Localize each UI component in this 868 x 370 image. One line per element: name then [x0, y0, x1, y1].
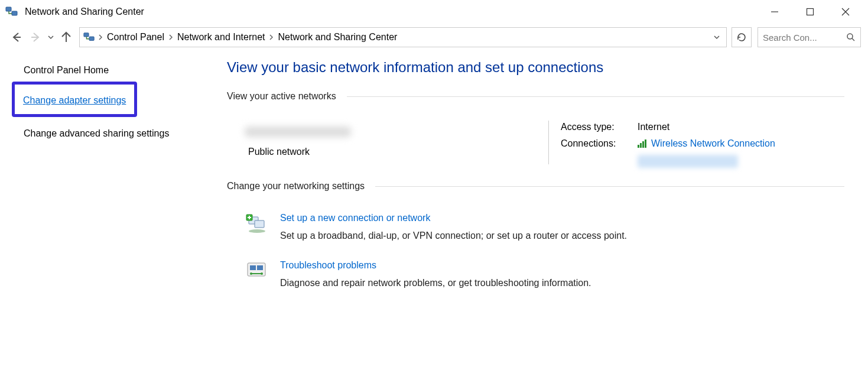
troubleshoot-icon: [245, 259, 269, 284]
network-name-redacted: [245, 126, 351, 137]
svg-rect-9: [84, 33, 89, 37]
search-input[interactable]: [763, 33, 856, 43]
refresh-button[interactable]: [732, 27, 752, 47]
breadcrumb-item[interactable]: Network and Sharing Center: [274, 28, 401, 47]
up-button[interactable]: [58, 29, 74, 46]
divider: [347, 96, 844, 97]
svg-rect-3: [807, 9, 814, 15]
active-networks-block: Public network Access type: Internet Con…: [227, 110, 844, 181]
access-type-label: Access type:: [561, 122, 638, 132]
connection-detail-redacted: [638, 155, 738, 168]
network-identity: Public network: [245, 116, 537, 169]
setup-connection-title[interactable]: Set up a new connection or network: [280, 213, 627, 223]
setup-connection-icon: [245, 212, 269, 236]
forward-button[interactable]: [27, 29, 44, 46]
search-icon: [846, 33, 856, 42]
section-title: View your active networks: [227, 91, 347, 102]
maximize-button[interactable]: [804, 6, 816, 18]
page-heading: View your basic network information and …: [227, 59, 844, 76]
section-change-settings: Change your networking settings: [227, 181, 844, 192]
address-dropdown[interactable]: [711, 28, 723, 47]
sidebar: Control Panel Home Change adapter settin…: [0, 51, 213, 370]
vertical-divider: [548, 121, 549, 164]
network-sharing-icon: [5, 5, 19, 19]
svg-rect-14: [255, 220, 264, 228]
breadcrumb-item[interactable]: Network and Internet: [174, 28, 269, 47]
breadcrumb: Control Panel Network and Internet Netwo…: [97, 28, 711, 47]
control-panel-home-link[interactable]: Control Panel Home: [24, 65, 200, 76]
svg-point-23: [261, 272, 263, 275]
change-advanced-sharing-link[interactable]: Change advanced sharing settings: [24, 126, 177, 141]
troubleshoot-option[interactable]: Troubleshoot problems Diagnose and repai…: [227, 252, 844, 299]
back-button[interactable]: [8, 29, 25, 46]
svg-rect-10: [89, 37, 94, 40]
network-sharing-icon: [83, 30, 97, 44]
network-type: Public network: [248, 147, 537, 157]
address-bar[interactable]: Control Panel Network and Internet Netwo…: [79, 27, 727, 47]
svg-line-12: [852, 38, 854, 41]
setup-connection-desc: Set up a broadband, dial-up, or VPN conn…: [280, 231, 627, 241]
networking-settings-options: Set up a new connection or network Set u…: [227, 200, 844, 299]
change-adapter-settings-link[interactable]: Change adapter settings: [23, 95, 126, 106]
close-button[interactable]: [840, 6, 851, 18]
troubleshoot-desc: Diagnose and repair network problems, or…: [280, 278, 591, 288]
connections-label: Connections:: [561, 138, 638, 149]
section-title: Change your networking settings: [227, 181, 375, 192]
chevron-right-icon[interactable]: [268, 34, 274, 40]
network-details: Access type: Internet Connections: Wirel…: [561, 116, 844, 169]
setup-connection-option[interactable]: Set up a new connection or network Set u…: [227, 205, 844, 252]
access-type-value: Internet: [638, 122, 669, 132]
chevron-right-icon[interactable]: [97, 34, 103, 40]
search-box[interactable]: [758, 27, 861, 47]
titlebar: Network and Sharing Center: [0, 0, 868, 24]
window-controls: [769, 6, 851, 18]
connection-link[interactable]: Wireless Network Connection: [651, 138, 775, 149]
svg-point-22: [250, 272, 252, 275]
breadcrumb-item[interactable]: Control Panel: [103, 28, 168, 47]
main-panel: View your basic network information and …: [213, 51, 868, 370]
minimize-button[interactable]: [769, 6, 781, 18]
history-dropdown[interactable]: [46, 29, 56, 46]
svg-rect-0: [6, 7, 11, 11]
section-active-networks: View your active networks: [227, 91, 844, 102]
window-title: Network and Sharing Center: [25, 7, 769, 17]
content-area: Control Panel Home Change adapter settin…: [0, 51, 868, 370]
chevron-right-icon[interactable]: [168, 34, 174, 40]
svg-point-18: [249, 229, 265, 233]
svg-rect-20: [250, 265, 256, 270]
wifi-signal-icon: [638, 139, 646, 148]
navbar: Control Panel Network and Internet Netwo…: [0, 24, 868, 51]
troubleshoot-title[interactable]: Troubleshoot problems: [280, 260, 591, 271]
svg-rect-21: [257, 265, 263, 270]
divider: [375, 186, 844, 187]
svg-point-11: [847, 34, 853, 39]
highlight-annotation: Change adapter settings: [12, 82, 137, 117]
svg-rect-1: [12, 11, 17, 15]
